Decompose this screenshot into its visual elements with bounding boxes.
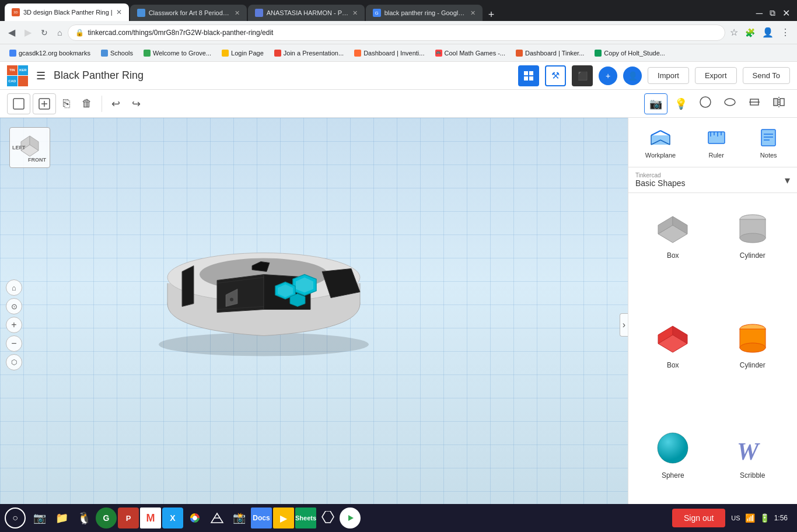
taskbar-camera[interactable]: 📷 (29, 508, 50, 528)
tab-close-2[interactable]: ✕ (235, 9, 240, 17)
close-button[interactable]: ✕ (780, 5, 792, 21)
bookmark-star[interactable]: ☆ (728, 24, 740, 40)
browser-chrome: 3D 3D design Black Panther Ring | ✕ Clas… (0, 0, 797, 62)
delete-tool[interactable]: 🗑 (77, 94, 97, 113)
taskbar-play[interactable] (340, 508, 361, 528)
tab-3[interactable]: ANASTASIA HARMON - Photo D... ✕ (248, 5, 365, 21)
orbit-btn[interactable]: ⊙ (6, 298, 22, 314)
profile-icon[interactable]: 👤 (760, 24, 776, 40)
extensions-icon[interactable]: 🧩 (743, 26, 757, 40)
workplane-tool[interactable]: Workplane (638, 123, 683, 162)
new-shape-button[interactable] (7, 93, 30, 114)
shape-cylinder-solid[interactable]: Cylinder (713, 198, 793, 307)
light-tool[interactable]: 💡 (670, 94, 692, 114)
add-person-button[interactable]: + (599, 66, 617, 85)
taskbar-chrome[interactable] (184, 508, 205, 528)
taskbar-linux[interactable]: 🐧 (74, 508, 95, 528)
taskbar-gmail[interactable]: M (140, 508, 161, 528)
tc-logo[interactable]: TIN KER CAD (7, 65, 28, 86)
shape-cylinder-orange[interactable]: Cylinder (713, 307, 793, 417)
shapes-dropdown-button[interactable]: ▾ (785, 174, 790, 187)
taskbar-sheets[interactable]: Sheets (295, 508, 316, 528)
shape-box-solid[interactable]: Box (633, 198, 713, 307)
object-shape-1[interactable] (694, 92, 716, 115)
address-bar[interactable]: 🔒 tinkercad.com/things/0mrG8n7rG2W-black… (68, 24, 725, 41)
tab-close-4[interactable]: ✕ (470, 9, 476, 17)
import-button[interactable]: Import (648, 67, 689, 84)
mirror-tool[interactable] (768, 92, 790, 115)
import-shape-button[interactable] (33, 93, 56, 114)
zoom-in-btn[interactable]: + (6, 317, 22, 333)
viewport[interactable]: LEFT FRONT ⌂ ⊙ + − ⬡ (0, 118, 628, 532)
perspective-btn[interactable]: ⬡ (6, 354, 22, 370)
taskbar-gdrive[interactable] (317, 508, 338, 528)
send-to-button[interactable]: Send To (743, 67, 790, 84)
taskbar-classroom[interactable]: G (96, 508, 117, 528)
hammer-button[interactable]: ⚒ (545, 65, 566, 86)
view-cube[interactable]: LEFT FRONT (9, 127, 56, 174)
bookmark-5[interactable]: Join a Presentation... (270, 48, 348, 58)
bookmark-6[interactable]: Dashboard | Inventi... (349, 48, 429, 58)
undo-tool[interactable]: ↩ (107, 94, 125, 114)
tab-2[interactable]: Classwork for Art 8 Period 1, M... ✕ (130, 5, 247, 21)
restore-button[interactable]: ⧉ (767, 6, 778, 20)
notes-tool[interactable]: Notes (750, 123, 787, 162)
taskbar-chrome-circle[interactable]: ○ (5, 508, 26, 528)
new-tab-button[interactable]: + (484, 9, 499, 21)
sign-out-button[interactable]: Sign out (672, 509, 725, 527)
svg-point-29 (230, 298, 233, 301)
forward-button[interactable]: ▶ (21, 24, 35, 40)
user-avatar[interactable]: 👤 (623, 66, 642, 85)
taskbar-x[interactable]: X (162, 508, 183, 528)
zoom-out-btn[interactable]: − (6, 335, 22, 352)
tab-4[interactable]: G black panther ring - Google Sea... ✕ (366, 5, 483, 21)
align-tool[interactable] (743, 92, 765, 115)
minimize-button[interactable]: ─ (754, 6, 765, 21)
bookmark-4[interactable]: Login Page (217, 48, 268, 58)
tab-close-3[interactable]: ✕ (352, 9, 358, 17)
taskbar-drive[interactable] (207, 508, 228, 528)
bookmark-icon-3 (144, 50, 151, 57)
tab-favicon-1: 3D (12, 8, 20, 16)
svg-point-8 (700, 97, 711, 107)
tab-active[interactable]: 3D 3D design Black Panther Ring | ✕ (5, 4, 129, 21)
taskbar-files[interactable]: 📁 (51, 508, 72, 528)
hamburger-menu[interactable]: ☰ (34, 67, 48, 85)
bookmark-icon-9 (595, 50, 602, 57)
settings-icon[interactable]: ⋮ (778, 24, 792, 40)
dark-box-button[interactable]: ⬛ (572, 65, 593, 86)
ruler-tool[interactable]: Ruler (698, 123, 735, 162)
redo-tool[interactable]: ↪ (127, 94, 145, 114)
bookmark-9[interactable]: Copy of Holt_Stude... (590, 48, 670, 58)
home-view-btn[interactable]: ⌂ (6, 279, 22, 296)
copy-tool[interactable]: ⎘ (58, 93, 75, 114)
object-shape-2[interactable] (719, 92, 741, 115)
tab-close-1[interactable]: ✕ (116, 8, 122, 16)
export-button[interactable]: Export (695, 67, 737, 84)
workplane-label: Workplane (645, 152, 676, 159)
shapes-category: Tinkercad (635, 172, 785, 178)
tc-secondary-toolbar: ⎘ 🗑 ↩ ↪ 📷 💡 (0, 90, 797, 118)
reload-button[interactable]: ↻ (37, 26, 51, 40)
bookmark-7[interactable]: 🎮 Cool Math Games -... (431, 48, 511, 58)
bookmark-3[interactable]: Welcome to Grove... (139, 48, 216, 58)
camera-view-tool[interactable]: 📷 (644, 93, 667, 114)
shape-box-red[interactable]: Box (633, 307, 713, 417)
back-button[interactable]: ◀ (5, 24, 19, 40)
app-title: Black Panther Ring (54, 69, 144, 82)
taskbar-slides[interactable]: ▶ (273, 508, 294, 528)
bookmark-2[interactable]: Schools (96, 48, 138, 58)
taskbar-camera2[interactable]: 📸 (229, 508, 250, 528)
bookmarks-bar: gcasdk12.org bookmarks Schools Welcome t… (0, 44, 797, 62)
bookmark-8[interactable]: Dashboard | Tinker... (511, 48, 589, 58)
taskbar-docs[interactable]: Docs (251, 508, 272, 528)
bookmark-1[interactable]: gcasdk12.org bookmarks (5, 48, 95, 58)
shapes-grid: Box Cylinder (628, 193, 797, 532)
home-button[interactable]: ⌂ (54, 26, 65, 40)
panel-toggle-arrow[interactable]: › (620, 313, 628, 337)
shape-sphere-teal-label: Sphere (662, 471, 684, 480)
svg-rect-0 (524, 71, 528, 75)
grid-view-button[interactable] (518, 65, 539, 86)
taskbar-pearson[interactable]: P (118, 508, 139, 528)
taskbar: ○ 📷 📁 🐧 G P M X 📸 Docs ▶ Sheets (0, 504, 797, 532)
